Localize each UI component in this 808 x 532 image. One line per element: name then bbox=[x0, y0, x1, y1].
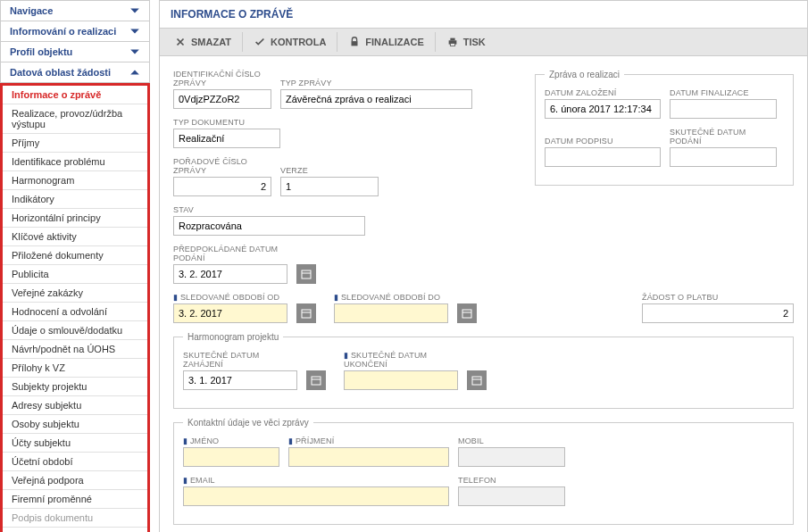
menu-uohs[interactable]: Návrh/podnět na ÚOHS bbox=[3, 340, 147, 359]
sidebar-menu: Informace o zprávě Realizace, provoz/údr… bbox=[0, 83, 150, 532]
menu-horizontalni[interactable]: Horizontální principy bbox=[3, 209, 147, 228]
email-label: ▮ EMAIL bbox=[183, 476, 449, 485]
menu-harmonogram[interactable]: Harmonogram bbox=[3, 171, 147, 190]
predpokl-calendar-button[interactable] bbox=[296, 264, 316, 284]
telefon-input[interactable] bbox=[458, 486, 565, 506]
verze-input[interactable] bbox=[280, 177, 379, 196]
chevron-down-icon bbox=[129, 5, 140, 16]
page-title: INFORMACE O ZPRÁVĚ bbox=[159, 0, 808, 28]
zadost-platbu-input[interactable] bbox=[642, 303, 794, 323]
calendar-icon bbox=[311, 375, 321, 386]
nav-section-profil[interactable]: Profil objektu bbox=[0, 42, 150, 62]
typ-dok-input[interactable] bbox=[173, 129, 280, 148]
zahajeni-input[interactable] bbox=[183, 370, 297, 390]
zahajeni-label: SKUTEČNÉ DATUM ZAHÁJENÍ bbox=[183, 351, 297, 369]
print-icon bbox=[446, 36, 459, 48]
podpis-input[interactable] bbox=[545, 147, 661, 167]
zalozeni-label: DATUM ZALOŽENÍ bbox=[545, 88, 661, 97]
nav-section-datova[interactable]: Datová oblast žádosti bbox=[0, 62, 150, 83]
harmonogram-legend: Harmonogram projektu bbox=[183, 332, 283, 342]
poradove-input[interactable] bbox=[173, 177, 271, 196]
kontakt-box: Kontaktní údaje ve věci zprávy ▮ JMÉNO ▮… bbox=[173, 418, 794, 525]
nav-section-label: Navigace bbox=[10, 5, 53, 16]
stav-label: STAV bbox=[173, 205, 365, 214]
chevron-up-icon bbox=[129, 67, 140, 78]
ukonceni-input[interactable] bbox=[344, 370, 458, 390]
typ-zpravy-input[interactable] bbox=[280, 89, 472, 109]
prijmeni-label: ▮ PŘÍJMENÍ bbox=[288, 436, 449, 445]
telefon-label: TELEFON bbox=[458, 476, 565, 485]
mobil-input[interactable] bbox=[458, 447, 565, 467]
chevron-down-icon bbox=[129, 46, 140, 57]
menu-verejne-zakazky[interactable]: Veřejné zakázky bbox=[3, 284, 147, 303]
menu-prijmy[interactable]: Příjmy bbox=[3, 134, 147, 153]
svg-rect-12 bbox=[472, 377, 481, 385]
nav-section-navigace[interactable]: Navigace bbox=[0, 0, 150, 21]
finalizace-input[interactable] bbox=[670, 99, 777, 119]
tisk-button[interactable]: TISK bbox=[436, 32, 496, 52]
calendar-icon bbox=[301, 308, 312, 319]
nav-section-informovani[interactable]: Informování o realizaci bbox=[0, 21, 150, 42]
menu-adresy[interactable]: Adresy subjektu bbox=[3, 396, 147, 415]
sled-do-calendar-button[interactable] bbox=[457, 303, 477, 323]
sled-do-label: ▮ SLEDOVANÉ OBDOBÍ DO bbox=[334, 293, 448, 302]
menu-firemni-promenne[interactable]: Firemní proměnné bbox=[3, 490, 147, 509]
zprava-o-realizaci-box: Zpráva o realizaci DATUM ZALOŽENÍ DATUM … bbox=[535, 70, 794, 186]
stav-input[interactable] bbox=[173, 216, 365, 236]
sled-od-input[interactable] bbox=[173, 303, 287, 323]
sled-do-input[interactable] bbox=[334, 303, 448, 323]
predpokl-label: PŘEDPOKLÁDANÉ DATUM PODÁNÍ bbox=[173, 245, 287, 262]
menu-subjekty[interactable]: Subjekty projektu bbox=[3, 378, 147, 396]
svg-rect-2 bbox=[450, 38, 454, 41]
menu-osoby[interactable]: Osoby subjektu bbox=[3, 415, 147, 434]
menu-prilozene-dokumenty[interactable]: Přiložené dokumenty bbox=[3, 246, 147, 265]
svg-rect-6 bbox=[302, 310, 311, 318]
menu-smlouva[interactable]: Údaje o smlouvě/dodatku bbox=[3, 321, 147, 340]
nav-section-label: Profil objektu bbox=[10, 46, 72, 57]
menu-publicita[interactable]: Publicita bbox=[3, 265, 147, 284]
menu-podpis-dokumentu[interactable]: Podpis dokumentu bbox=[3, 509, 147, 528]
nav-section-label: Informování o realizaci bbox=[10, 26, 116, 37]
menu-prilohy-vz[interactable]: Přílohy k VZ bbox=[3, 359, 147, 378]
menu-klicove-aktivity[interactable]: Klíčové aktivity bbox=[3, 228, 147, 246]
harmonogram-box: Harmonogram projektu SKUTEČNÉ DATUM ZAHÁ… bbox=[173, 332, 794, 409]
prijmeni-input[interactable] bbox=[288, 447, 449, 467]
menu-kontroly[interactable]: Kontroly bbox=[3, 528, 147, 532]
menu-indikatory[interactable]: Indikátory bbox=[3, 190, 147, 209]
menu-realizace[interactable]: Realizace, provoz/údržba výstupu bbox=[3, 104, 147, 134]
ukonceni-calendar-button[interactable] bbox=[467, 370, 487, 390]
poradove-label: POŘADOVÉ ČÍSLO ZPRÁVY bbox=[173, 157, 271, 175]
svg-rect-0 bbox=[352, 41, 358, 46]
menu-identifikace-problemu[interactable]: Identifikace problému bbox=[3, 153, 147, 171]
sled-od-calendar-button[interactable] bbox=[296, 303, 316, 323]
zprava-legend: Zpráva o realizaci bbox=[545, 70, 624, 79]
id-label: IDENTIFIKAČNÍ ČÍSLO ZPRÁVY bbox=[173, 70, 271, 87]
sled-od-label: ▮ SLEDOVANÉ OBDOBÍ OD bbox=[173, 293, 287, 302]
typ-dok-label: TYP DOKUMENTU bbox=[173, 118, 280, 127]
zadost-platbu-label: ŽÁDOST O PLATBU bbox=[642, 293, 794, 302]
nav-section-label: Datová oblast žádosti bbox=[10, 67, 111, 78]
finalizace-button[interactable]: FINALIZACE bbox=[337, 32, 435, 52]
email-input[interactable] bbox=[183, 486, 449, 506]
ukonceni-label: ▮ SKUTEČNÉ DATUM UKONČENÍ bbox=[344, 351, 458, 369]
menu-verejna-podpora[interactable]: Veřejná podpora bbox=[3, 471, 147, 490]
menu-informace-o-zprave[interactable]: Informace o zprávě bbox=[3, 86, 147, 104]
mobil-label: MOBIL bbox=[458, 436, 565, 445]
svg-rect-10 bbox=[312, 377, 321, 385]
menu-ucetni-obdobi[interactable]: Účetní období bbox=[3, 453, 147, 471]
jmeno-input[interactable] bbox=[183, 447, 279, 467]
menu-hodnoceni[interactable]: Hodnocení a odvolání bbox=[3, 303, 147, 321]
delete-icon bbox=[174, 36, 187, 48]
calendar-icon bbox=[471, 375, 482, 386]
predpokl-input[interactable] bbox=[173, 264, 287, 284]
svg-rect-4 bbox=[302, 270, 311, 278]
typ-zpravy-label: TYP ZPRÁVY bbox=[280, 79, 472, 87]
kontrola-button[interactable]: KONTROLA bbox=[243, 32, 337, 52]
finalizace-label: DATUM FINALIZACE bbox=[670, 88, 777, 97]
skut-podani-input[interactable] bbox=[670, 147, 777, 167]
id-input[interactable] bbox=[173, 89, 271, 109]
menu-ucty[interactable]: Účty subjektu bbox=[3, 434, 147, 453]
zahajeni-calendar-button[interactable] bbox=[306, 370, 326, 390]
smazat-button[interactable]: SMAZAT bbox=[163, 32, 243, 52]
zalozeni-input[interactable] bbox=[545, 99, 661, 119]
